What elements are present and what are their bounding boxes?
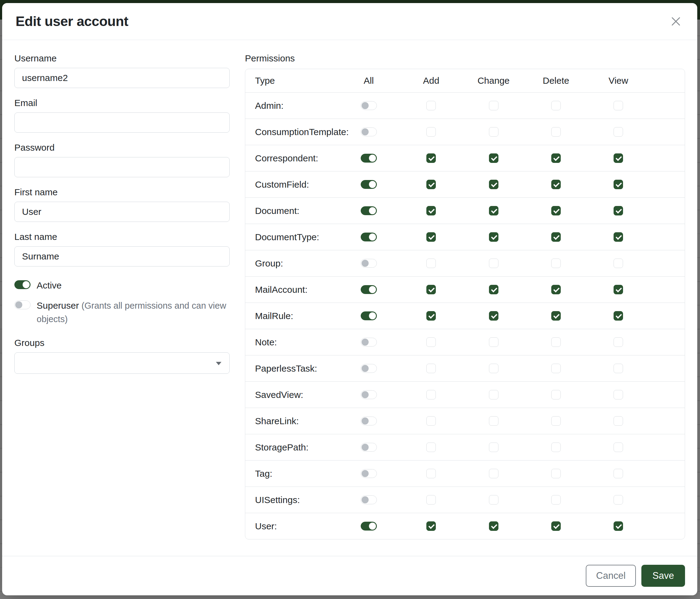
- perm-all-toggle[interactable]: [361, 285, 377, 294]
- perm-add-checkbox[interactable]: [426, 442, 436, 452]
- perm-change-checkbox[interactable]: [489, 337, 498, 347]
- perm-all-toggle[interactable]: [361, 469, 377, 478]
- perm-change-checkbox[interactable]: [489, 180, 498, 189]
- perm-delete-checkbox[interactable]: [551, 337, 561, 347]
- email-input[interactable]: [14, 113, 230, 133]
- perm-add-checkbox[interactable]: [426, 259, 436, 268]
- perm-add-checkbox[interactable]: [426, 521, 436, 531]
- username-input[interactable]: [14, 68, 230, 88]
- perm-add-checkbox[interactable]: [426, 469, 436, 478]
- perm-all-toggle[interactable]: [361, 233, 377, 241]
- perm-all-toggle[interactable]: [361, 522, 377, 530]
- cancel-button[interactable]: Cancel: [586, 565, 636, 587]
- perm-delete-checkbox[interactable]: [551, 285, 561, 294]
- perm-delete-checkbox[interactable]: [551, 127, 561, 137]
- perm-view-checkbox[interactable]: [614, 390, 623, 400]
- perm-view-checkbox[interactable]: [614, 232, 623, 242]
- perm-change-checkbox[interactable]: [489, 416, 498, 426]
- perm-all-toggle[interactable]: [361, 364, 377, 373]
- first-name-input[interactable]: [14, 202, 230, 222]
- last-name-input[interactable]: [14, 246, 230, 266]
- superuser-toggle[interactable]: [14, 301, 30, 309]
- perm-delete-checkbox[interactable]: [551, 206, 561, 215]
- perm-change-checkbox[interactable]: [489, 127, 498, 137]
- password-input[interactable]: [14, 157, 230, 177]
- perm-add-checkbox[interactable]: [426, 180, 436, 189]
- perm-add-checkbox[interactable]: [426, 364, 436, 373]
- perm-delete-checkbox[interactable]: [551, 153, 561, 163]
- last-name-label: Last name: [14, 231, 230, 242]
- perm-delete-checkbox[interactable]: [551, 416, 561, 426]
- perm-all-toggle[interactable]: [361, 338, 377, 346]
- perm-add-checkbox[interactable]: [426, 127, 436, 137]
- perm-view-checkbox[interactable]: [614, 364, 623, 373]
- perm-view-checkbox[interactable]: [614, 416, 623, 426]
- save-button[interactable]: Save: [641, 565, 685, 587]
- perm-add-checkbox[interactable]: [426, 390, 436, 400]
- perm-view-checkbox[interactable]: [614, 311, 623, 320]
- perm-delete-checkbox[interactable]: [551, 442, 561, 452]
- perm-add-checkbox[interactable]: [426, 337, 436, 347]
- perm-add-checkbox[interactable]: [426, 232, 436, 242]
- perm-delete-checkbox[interactable]: [551, 101, 561, 110]
- perm-all-toggle[interactable]: [361, 416, 377, 425]
- perm-change-checkbox[interactable]: [489, 442, 498, 452]
- perm-change-checkbox[interactable]: [489, 311, 498, 320]
- perm-view-checkbox[interactable]: [614, 337, 623, 347]
- perm-view-checkbox[interactable]: [614, 259, 623, 268]
- perm-delete-checkbox[interactable]: [551, 232, 561, 242]
- perm-add-checkbox[interactable]: [426, 153, 436, 163]
- perm-type-label: MailAccount:: [255, 285, 307, 295]
- perm-view-checkbox[interactable]: [614, 469, 623, 478]
- perm-all-toggle[interactable]: [361, 206, 377, 215]
- toggle-knob: [15, 301, 22, 308]
- perm-delete-checkbox[interactable]: [551, 495, 561, 505]
- perm-add-checkbox[interactable]: [426, 495, 436, 505]
- groups-field-group: Groups: [14, 337, 230, 374]
- perm-view-checkbox[interactable]: [614, 127, 623, 137]
- perm-all-toggle[interactable]: [361, 311, 377, 320]
- perm-change-checkbox[interactable]: [489, 259, 498, 268]
- perm-add-checkbox[interactable]: [426, 285, 436, 294]
- perm-add-checkbox[interactable]: [426, 416, 436, 426]
- perm-view-checkbox[interactable]: [614, 495, 623, 505]
- perm-view-checkbox[interactable]: [614, 206, 623, 215]
- perm-all-toggle[interactable]: [361, 496, 377, 504]
- perm-all-toggle[interactable]: [361, 154, 377, 163]
- perm-view-checkbox[interactable]: [614, 285, 623, 294]
- perm-all-toggle[interactable]: [361, 390, 377, 399]
- perm-view-checkbox[interactable]: [614, 153, 623, 163]
- perm-delete-checkbox[interactable]: [551, 390, 561, 400]
- perm-change-checkbox[interactable]: [489, 285, 498, 294]
- perm-delete-checkbox[interactable]: [551, 180, 561, 189]
- perm-delete-checkbox[interactable]: [551, 364, 561, 373]
- perm-delete-checkbox[interactable]: [551, 259, 561, 268]
- perm-change-checkbox[interactable]: [489, 521, 498, 531]
- close-button[interactable]: [668, 14, 684, 29]
- perm-all-toggle[interactable]: [361, 443, 377, 452]
- perm-add-checkbox[interactable]: [426, 206, 436, 215]
- perm-view-checkbox[interactable]: [614, 180, 623, 189]
- perm-change-checkbox[interactable]: [489, 101, 498, 110]
- perm-view-checkbox[interactable]: [614, 521, 623, 531]
- perm-add-checkbox[interactable]: [426, 101, 436, 110]
- perm-delete-checkbox[interactable]: [551, 521, 561, 531]
- perm-change-checkbox[interactable]: [489, 495, 498, 505]
- perm-view-checkbox[interactable]: [614, 101, 623, 110]
- perm-change-checkbox[interactable]: [489, 206, 498, 215]
- perm-all-toggle[interactable]: [361, 180, 377, 189]
- perm-change-checkbox[interactable]: [489, 153, 498, 163]
- perm-view-checkbox[interactable]: [614, 442, 623, 452]
- perm-all-toggle[interactable]: [361, 127, 377, 136]
- perm-change-checkbox[interactable]: [489, 232, 498, 242]
- perm-change-checkbox[interactable]: [489, 469, 498, 478]
- active-toggle[interactable]: [14, 280, 30, 289]
- perm-all-toggle[interactable]: [361, 101, 377, 110]
- perm-delete-checkbox[interactable]: [551, 469, 561, 478]
- groups-select[interactable]: [14, 352, 230, 374]
- perm-change-checkbox[interactable]: [489, 390, 498, 400]
- perm-add-checkbox[interactable]: [426, 311, 436, 320]
- perm-delete-checkbox[interactable]: [551, 311, 561, 320]
- perm-change-checkbox[interactable]: [489, 364, 498, 373]
- perm-all-toggle[interactable]: [361, 259, 377, 268]
